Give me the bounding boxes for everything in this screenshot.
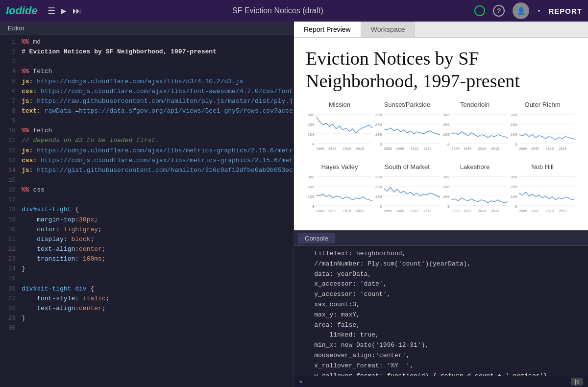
- console-tab-bar: Console: [294, 231, 588, 246]
- svg-text:2010: 2010: [343, 147, 351, 151]
- line-content: font-style: italic;: [22, 294, 292, 304]
- main-layout: Editor 1%% md2# Eviction Notices by SF N…: [0, 22, 588, 387]
- charts-area: Mission30020010002000200520102015Sunset/…: [306, 101, 576, 159]
- svg-text:300: 300: [511, 113, 517, 118]
- console-line: x_rollover_format: '%Y ',: [299, 361, 583, 371]
- chevron-down-icon[interactable]: ▾: [537, 7, 540, 15]
- svg-text:2010: 2010: [343, 210, 351, 214]
- line-number: 8: [2, 106, 16, 116]
- chart-col: Mission30020010002000200520102015: [306, 101, 373, 159]
- console-line: //mainNumber: Ply.sum('count')(yearData)…: [299, 259, 583, 269]
- line-content: [22, 274, 292, 284]
- chart-label: Lakeshore: [441, 163, 509, 170]
- line-content: [22, 195, 292, 205]
- logo[interactable]: Iodide: [6, 4, 38, 17]
- svg-text:2000: 2000: [316, 147, 324, 151]
- code-line: 17: [0, 195, 294, 205]
- chart-label: Hayes Valley: [306, 163, 373, 170]
- svg-text:100: 100: [375, 132, 382, 137]
- svg-text:2015: 2015: [559, 210, 567, 214]
- chart-svg: 30020010002000200520102015: [509, 172, 576, 221]
- hamburger-icon[interactable]: ☰: [48, 5, 55, 16]
- svg-text:0: 0: [447, 204, 450, 209]
- line-number: 25: [2, 274, 16, 284]
- svg-text:0: 0: [515, 142, 517, 146]
- svg-text:100: 100: [308, 194, 315, 199]
- line-content: div#sit-tight div {: [22, 284, 292, 294]
- chart-svg: 30020010002000200520102015: [509, 110, 576, 159]
- line-number: 24: [2, 264, 16, 274]
- line-content: css: https://cdnjs.cloudflare.com/ajax/l…: [22, 156, 294, 166]
- svg-text:2010: 2010: [546, 147, 554, 151]
- editor-pane: Editor 1%% md2# Eviction Notices by SF N…: [0, 22, 294, 387]
- line-content: # Eviction Notices by SF Neighborhood, 1…: [22, 47, 292, 57]
- svg-text:2005: 2005: [464, 210, 472, 214]
- svg-text:100: 100: [375, 194, 382, 199]
- svg-text:100: 100: [511, 194, 517, 199]
- line-content: %% fetch: [22, 67, 292, 76]
- line-number: 9: [2, 116, 16, 126]
- right-tab-report-preview[interactable]: Report Preview: [294, 22, 361, 37]
- line-content: js: https://cdnjs.cloudflare.com/ajax/li…: [22, 146, 294, 156]
- line-content: js: https://cdnjs.cloudflare.com/ajax/li…: [22, 77, 292, 87]
- code-line: 7js: https://raw.githubusercontent.com/h…: [0, 97, 294, 106]
- navbar: Iodide ☰ ▶ ⏭ SF Eviction Notices (draft)…: [0, 0, 588, 22]
- line-number: 16: [2, 185, 16, 195]
- code-line: 12js: https://cdnjs.cloudflare.com/ajax/…: [0, 146, 294, 156]
- svg-text:100: 100: [443, 132, 450, 137]
- svg-text:300: 300: [308, 175, 315, 180]
- console-line: max_y: maxY,: [299, 310, 583, 320]
- line-content: }: [22, 264, 292, 274]
- fast-forward-icon[interactable]: ⏭: [73, 6, 81, 16]
- charts-row2: Hayes Valley30020010002000200520102015So…: [306, 163, 576, 221]
- svg-text:0: 0: [515, 204, 517, 209]
- editor-content[interactable]: 1%% md2# Eviction Notices by SF Neighbor…: [0, 35, 294, 387]
- right-tab-workspace[interactable]: Workspace: [361, 22, 416, 37]
- svg-text:2010: 2010: [411, 147, 419, 151]
- svg-text:2005: 2005: [328, 210, 337, 214]
- svg-text:2005: 2005: [531, 210, 539, 214]
- line-content: }: [22, 314, 292, 323]
- line-number: 11: [2, 136, 16, 145]
- code-line: 25: [0, 274, 294, 284]
- line-number: 2: [2, 47, 16, 57]
- svg-text:100: 100: [308, 132, 315, 137]
- svg-text:300: 300: [308, 113, 315, 118]
- line-number: 6: [2, 87, 16, 97]
- console-tab[interactable]: Console: [298, 233, 335, 243]
- play-icon[interactable]: ▶: [61, 5, 67, 16]
- code-line: 23 transition: 100ms;: [0, 254, 294, 264]
- svg-text:0: 0: [312, 142, 315, 146]
- avatar[interactable]: 👤: [513, 2, 529, 19]
- console-line: y_accessor: 'count',: [299, 290, 583, 300]
- report-button[interactable]: REPORT: [548, 7, 582, 15]
- console-line: min_x: new Date('1996-12-31'),: [299, 340, 583, 351]
- svg-text:0: 0: [380, 204, 382, 209]
- line-number: 4: [2, 67, 16, 76]
- console-arrows[interactable]: »: [299, 378, 303, 386]
- svg-text:2010: 2010: [478, 210, 487, 214]
- line-content: %% fetch: [22, 126, 292, 136]
- chart-col: Tenderloin30020010002000200520102015: [441, 101, 509, 159]
- line-number: 22: [2, 244, 16, 254]
- chart-col: Hayes Valley30020010002000200520102015: [306, 163, 373, 221]
- line-content: div#sit-tight {: [22, 205, 292, 215]
- svg-text:300: 300: [443, 175, 450, 180]
- line-content: text: rawData =https://data.sfgov.org/ap…: [22, 106, 294, 116]
- svg-text:200: 200: [375, 185, 382, 189]
- svg-text:2015: 2015: [491, 147, 499, 151]
- svg-text:300: 300: [511, 175, 517, 180]
- console-content[interactable]: titleText: neighborhood, //mainNumber: P…: [294, 246, 588, 376]
- chart-col: Nob Hill30020010002000200520102015: [509, 163, 576, 221]
- svg-text:2005: 2005: [464, 147, 472, 151]
- console-line: linked: true,: [299, 330, 583, 340]
- chart-label: Nob Hill: [509, 163, 576, 170]
- help-button[interactable]: ?: [493, 5, 505, 17]
- svg-text:200: 200: [308, 122, 315, 127]
- svg-text:2005: 2005: [396, 210, 404, 214]
- right-tabs: Report PreviewWorkspace: [294, 22, 588, 38]
- chart-svg: 30020010002000200520102015: [306, 172, 373, 221]
- js-badge: js: [571, 378, 583, 386]
- svg-text:0: 0: [447, 142, 450, 146]
- line-number: 23: [2, 254, 16, 264]
